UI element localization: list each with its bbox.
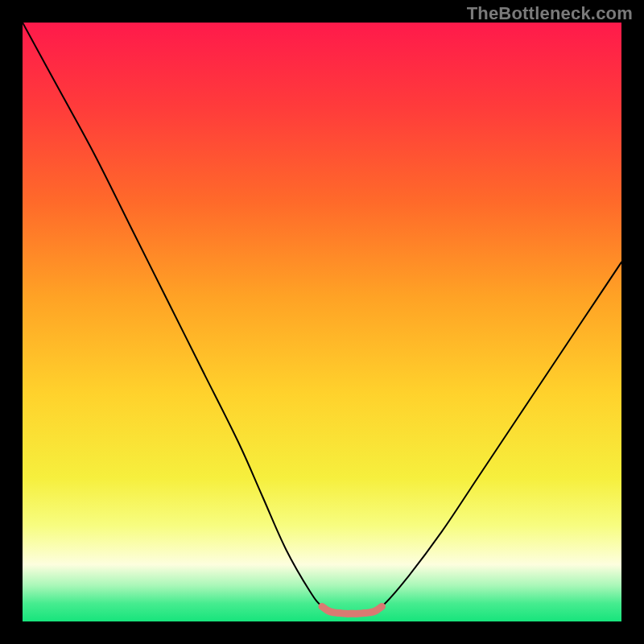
- watermark-text: TheBottleneck.com: [467, 3, 633, 24]
- plot-area: [23, 23, 621, 621]
- chart-svg: [23, 23, 621, 621]
- chart-frame: TheBottleneck.com: [0, 0, 644, 644]
- gradient-background: [23, 23, 621, 621]
